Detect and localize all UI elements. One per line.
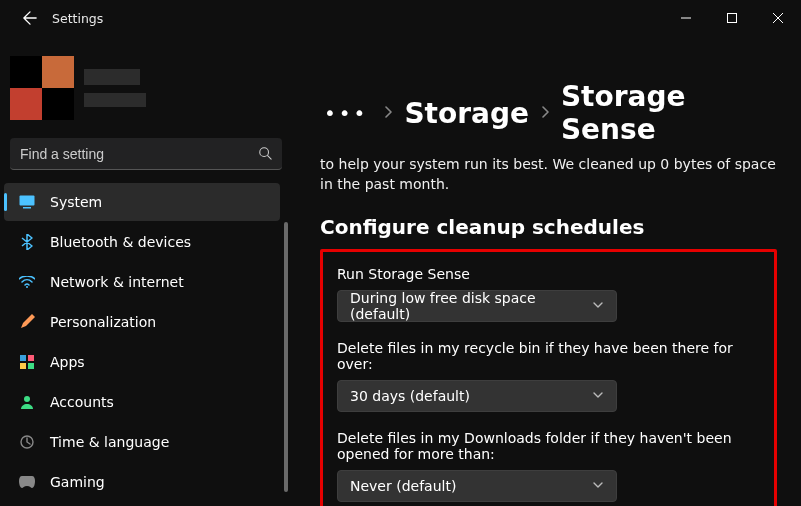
sidebar-item-gaming[interactable]: Gaming	[4, 463, 280, 501]
sidebar-item-accounts[interactable]: Accounts	[4, 383, 280, 421]
sidebar-item-network[interactable]: Network & internet	[4, 263, 280, 301]
run-label: Run Storage Sense	[337, 266, 760, 282]
downloads-select[interactable]: Never (default)	[337, 470, 617, 502]
user-name-placeholder	[84, 69, 140, 85]
svg-rect-2	[20, 196, 35, 206]
recycle-value: 30 days (default)	[350, 388, 470, 404]
section-title: Configure cleanup schedules	[320, 215, 777, 239]
search-input[interactable]	[10, 138, 282, 170]
chevron-down-icon	[592, 478, 604, 494]
back-button[interactable]	[16, 4, 44, 32]
sidebar-item-label: System	[50, 194, 102, 210]
window-controls	[663, 0, 801, 36]
recycle-bin-select[interactable]: 30 days (default)	[337, 380, 617, 412]
maximize-button[interactable]	[709, 0, 755, 36]
breadcrumb-current: Storage Sense	[561, 80, 777, 146]
chevron-right-icon	[539, 105, 551, 121]
wifi-icon	[18, 273, 36, 291]
downloads-label: Delete files in my Downloads folder if t…	[337, 430, 760, 462]
recycle-label: Delete files in my recycle bin if they h…	[337, 340, 760, 372]
breadcrumb-storage[interactable]: Storage	[404, 97, 529, 130]
sidebar-item-timelanguage[interactable]: Time & language	[4, 423, 280, 461]
back-arrow-icon	[23, 11, 37, 25]
run-storage-sense-select[interactable]: During low free disk space (default)	[337, 290, 617, 322]
run-value: During low free disk space (default)	[350, 290, 592, 322]
sidebar-scrollbar[interactable]	[284, 222, 288, 498]
window-title: Settings	[52, 11, 103, 26]
chevron-down-icon	[592, 298, 604, 314]
bluetooth-icon	[18, 233, 36, 251]
downloads-value: Never (default)	[350, 478, 456, 494]
sidebar-item-apps[interactable]: Apps	[4, 343, 280, 381]
chevron-right-icon	[382, 105, 394, 121]
svg-point-9	[24, 396, 30, 402]
sidebar-item-system[interactable]: System	[4, 183, 280, 221]
svg-rect-3	[23, 207, 31, 209]
system-icon	[18, 193, 36, 211]
breadcrumb-more[interactable]: •••	[320, 101, 372, 125]
sidebar-item-label: Gaming	[50, 474, 105, 490]
svg-rect-5	[20, 355, 26, 361]
body-area: System Bluetooth & devices Network & int…	[0, 36, 801, 506]
titlebar-left: Settings	[16, 4, 103, 32]
person-icon	[18, 393, 36, 411]
maximize-icon	[727, 13, 737, 23]
close-button[interactable]	[755, 0, 801, 36]
svg-rect-8	[28, 363, 34, 369]
gaming-icon	[18, 473, 36, 491]
sidebar-item-personalization[interactable]: Personalization	[4, 303, 280, 341]
content: ••• Storage Storage Sense to help your s…	[292, 36, 801, 506]
sidebar-item-label: Personalization	[50, 314, 156, 330]
brush-icon	[18, 313, 36, 331]
svg-rect-0	[728, 14, 737, 23]
breadcrumb: ••• Storage Storage Sense	[320, 80, 777, 146]
titlebar: Settings	[0, 0, 801, 36]
svg-rect-7	[20, 363, 26, 369]
user-text	[84, 56, 146, 120]
minimize-button[interactable]	[663, 0, 709, 36]
close-icon	[773, 13, 783, 23]
sidebar-item-label: Network & internet	[50, 274, 184, 290]
sidebar: System Bluetooth & devices Network & int…	[0, 36, 292, 506]
user-block[interactable]	[0, 56, 292, 120]
avatar	[10, 56, 74, 120]
svg-rect-6	[28, 355, 34, 361]
sidebar-item-label: Apps	[50, 354, 85, 370]
sidebar-item-label: Bluetooth & devices	[50, 234, 191, 250]
sidebar-item-label: Time & language	[50, 434, 169, 450]
scrollbar-thumb[interactable]	[284, 222, 288, 492]
sidebar-item-label: Accounts	[50, 394, 114, 410]
svg-point-4	[26, 286, 28, 288]
sidebar-nav: System Bluetooth & devices Network & int…	[0, 182, 292, 502]
user-email-placeholder	[84, 93, 146, 107]
minimize-icon	[681, 13, 691, 23]
blurb-text: to help your system run its best. We cle…	[320, 154, 777, 195]
highlight-box: Run Storage Sense During low free disk s…	[320, 249, 777, 506]
search-wrapper	[0, 138, 292, 170]
apps-icon	[18, 353, 36, 371]
chevron-down-icon	[592, 388, 604, 404]
sidebar-item-bluetooth[interactable]: Bluetooth & devices	[4, 223, 280, 261]
clock-icon	[18, 433, 36, 451]
